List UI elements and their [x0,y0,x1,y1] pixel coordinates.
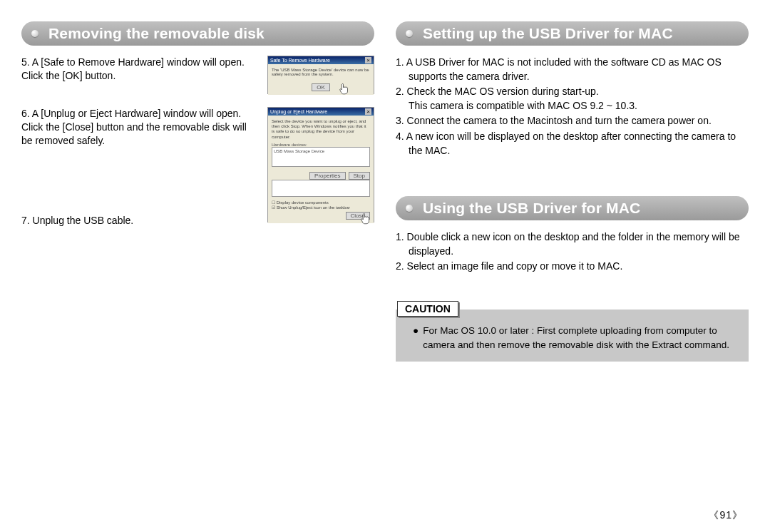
ok-button: OK [312,83,330,91]
close-button: Close [346,212,370,220]
heading-using-mac: Using the USB Driver for MAC [396,196,749,220]
step-6-row: 6. A [Unplug or Eject Hardware] window w… [21,107,374,222]
dialog-description: Select the device you want to unplug or … [272,119,370,140]
components-box [272,180,370,197]
screenshot-unplug-eject: Unplug or Eject Hardware × Select the de… [267,107,374,222]
heading-bullet-icon [406,30,413,37]
checkbox-show-icon: ☑ Show Unplug/Eject icon on the taskbar [272,205,370,210]
dialog-titlebar: Safe To Remove Hardware × [268,56,374,64]
step-body: Unplug the USB cable. [33,215,134,226]
checkbox-display-components: ☐ Display device components [272,200,370,205]
step-number: 7. [21,215,30,226]
bullet-icon: ● [413,324,423,352]
heading-text: Setting up the USB Driver for MAC [423,25,673,42]
dialog-titlebar: Unplug or Eject Hardware × [268,108,374,116]
stop-button: Stop [349,172,370,180]
list-item: 1. Double click a new icon on the deskto… [396,230,749,258]
caution-body: ● For Mac OS 10.0 or later : First compl… [396,310,749,362]
list-item-sub: This camera is compatible with MAC OS 9.… [409,100,637,111]
heading-text: Using the USB Driver for MAC [423,200,640,217]
heading-bullet-icon [31,30,38,37]
caution-block: CAUTION ● For Mac OS 10.0 or later : Fir… [396,294,749,362]
heading-bullet-icon [406,205,413,212]
dialog-message: The 'USB Mass Storage Device' device can… [272,68,370,83]
left-column: Removing the removable disk 5. A [Safe t… [21,21,374,362]
list-item: 4. A new icon will be displayed on the d… [396,130,749,158]
list-item: 3. Connect the camera to the Macintosh a… [396,114,749,128]
step-number: 5. [21,56,30,68]
heading-removing-disk: Removing the removable disk [21,21,374,46]
setup-mac-list: 1. A USB Driver for MAC is not included … [396,56,749,158]
step-body: A [Unplug or Eject Hardware] window will… [21,108,247,146]
list-item: 2. Check the MAC OS version during start… [396,85,749,113]
heading-setup-mac: Setting up the USB Driver for MAC [396,21,749,46]
cursor-hand-icon [339,83,350,96]
step-number: 6. [21,108,30,119]
device-list: USB Mass Storage Device [272,147,370,167]
heading-text: Removing the removable disk [48,25,265,42]
device-item: USB Mass Storage Device [274,149,324,153]
screenshot-safe-remove: Safe To Remove Hardware × The 'USB Mass … [267,56,374,94]
dialog-title: Safe To Remove Hardware [270,58,330,63]
step-6-text: 6. A [Unplug or Eject Hardware] window w… [21,107,267,148]
page-columns: Removing the removable disk 5. A [Safe t… [21,21,749,362]
step-body: A [Safe to Remove Hardware] window will … [21,56,245,81]
page-number: 《91》 [709,509,743,522]
step-5-row: 5. A [Safe to Remove Hardware] window wi… [21,56,374,94]
right-column: Setting up the USB Driver for MAC 1. A U… [396,21,749,362]
close-icon: × [365,57,371,63]
using-mac-list: 1. Double click a new icon on the deskto… [396,230,749,274]
caution-text: For Mac OS 10.0 or later : First complet… [423,324,736,352]
close-icon: × [365,108,371,115]
list-item: 2. Select an image file and copy or move… [396,260,749,274]
list-item: 1. A USB Driver for MAC is not included … [396,56,749,83]
dialog-title: Unplug or Eject Hardware [270,109,327,114]
step-5-text: 5. A [Safe to Remove Hardware] window wi… [21,56,267,83]
caution-label: CAUTION [397,301,458,317]
properties-button: Properties [309,172,345,180]
